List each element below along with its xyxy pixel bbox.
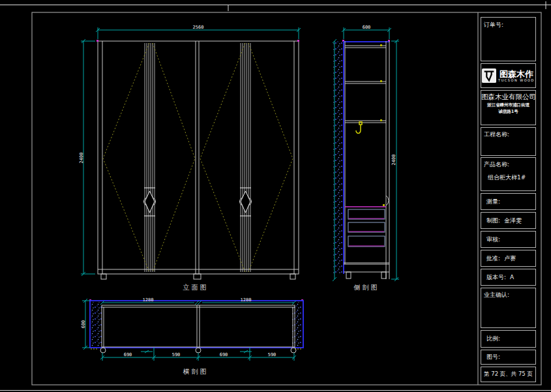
logo-name-cn: 图森木作 — [499, 70, 533, 78]
plan-section-view-label: 横剖图 — [183, 367, 209, 376]
drawing-number-cell: 图号: — [481, 350, 536, 365]
approve-label: 批准: — [486, 254, 500, 263]
project-name-label: 工程名称: — [484, 131, 509, 138]
elevation-view-label: 立面图 — [183, 283, 209, 292]
version-label: 版本号: — [486, 273, 506, 282]
scale-label: 比例: — [486, 335, 500, 343]
product-name-value: 组合柜大样1# — [488, 173, 533, 182]
company-cell: 图森木业有限公司 浙江省嵊州市浦口街道 诚信路1号 — [481, 90, 536, 125]
side-depth-dim: 600 — [363, 25, 371, 30]
door-dim-3: 690 — [220, 353, 228, 357]
door-swing-dashed-lines — [103, 43, 293, 272]
scale-cell: 比例: — [481, 330, 536, 348]
product-name-cell: 产品名称: 组合柜大样1# — [481, 157, 536, 191]
review-cell: 审核: — [481, 231, 536, 248]
cad-drawing-window: 2560 2400 600 2400 1280 1280 600 690 590… — [0, 0, 551, 392]
plan-depth-dim: 600 — [82, 320, 86, 329]
door-handle-ornaments — [144, 188, 252, 216]
logo-text: 图森木作 TUCSON WOOD — [498, 70, 535, 82]
elevation-fluted-columns — [145, 43, 250, 272]
plan-section-cabinet-lines — [100, 305, 296, 353]
draft-cell: 制图: 金泽雯 — [481, 212, 536, 229]
project-name-cell: 工程名称: — [481, 127, 536, 156]
side-section-view-label: 侧剖图 — [354, 283, 380, 292]
plan-half-right-dim: 1280 — [241, 298, 252, 303]
version-cell: 版本号: A — [481, 269, 536, 286]
tucson-wood-logo-icon — [482, 68, 496, 83]
elevation-cabinet-lines — [98, 41, 299, 279]
approve-cell: 批准: 卢赛 — [481, 250, 536, 267]
drawing-number-label: 图号: — [486, 353, 500, 361]
sheet-frame — [32, 12, 541, 385]
elevation-width-dim: 2560 — [193, 25, 204, 30]
shelf-pin-markers — [380, 44, 385, 206]
draft-label: 制图: — [486, 217, 500, 225]
company-address-line2: 诚信路1号 — [481, 108, 535, 115]
logo-name-en: TUCSON WOOD — [498, 79, 535, 82]
side-section-drawers — [345, 207, 386, 247]
owner-confirm-cell: 业主确认: — [481, 288, 536, 328]
company-name: 图森木业有限公司 — [481, 93, 535, 102]
door-dim-2: 590 — [172, 353, 181, 357]
logo-cell: 图森木作 TUCSON WOOD — [481, 63, 536, 88]
draft-value: 金泽雯 — [504, 217, 522, 225]
product-name-label: 产品名称: — [484, 161, 509, 168]
measure-cell: 测量: — [481, 193, 536, 210]
side-height-dim: 2400 — [392, 155, 396, 166]
order-number-cell: 订单号: — [481, 17, 536, 61]
ruler-lines — [0, 1, 551, 391]
approve-value: 卢赛 — [504, 254, 516, 263]
door-dim-4: 590 — [268, 353, 276, 357]
side-section-blue-wall — [344, 41, 389, 274]
dimension-lines — [81, 27, 399, 361]
elevation-height-dim: 2400 — [80, 153, 84, 164]
company-address-line1: 浙江省嵊州市浦口街道 — [481, 102, 535, 108]
order-number-label: 订单号: — [484, 22, 503, 28]
side-section-cabinet-lines — [344, 41, 389, 279]
version-value: A — [510, 274, 514, 280]
measure-label: 测量: — [486, 198, 500, 206]
cad-linework — [0, 0, 551, 392]
plan-half-left-dim: 1280 — [143, 298, 154, 303]
owner-confirm-label: 业主确认: — [484, 292, 509, 298]
door-dim-1: 690 — [124, 353, 132, 357]
hanger-hook-icon — [356, 122, 362, 133]
page-info-cell: 第 72 页、共 75 页 — [481, 367, 536, 382]
review-label: 审核: — [486, 235, 500, 244]
page-info: 第 72 页、共 75 页 — [484, 370, 533, 378]
